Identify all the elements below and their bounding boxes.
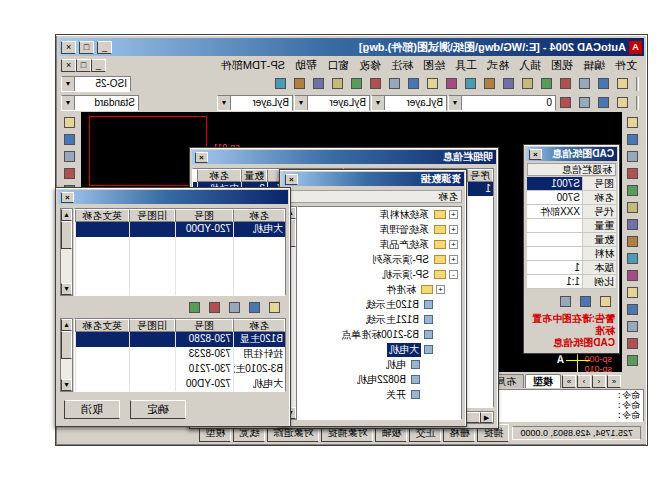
minimize-button[interactable]: _ xyxy=(97,41,112,54)
erase-icon[interactable] xyxy=(61,114,79,130)
tab-model[interactable]: 模型 xyxy=(525,374,561,388)
dropdown-arrow-icon[interactable]: ▾ xyxy=(62,77,75,91)
apply-icon[interactable] xyxy=(597,293,615,309)
undo-icon[interactable] xyxy=(443,76,461,92)
table-row[interactable] xyxy=(75,252,285,267)
expand-icon[interactable]: + xyxy=(449,255,458,264)
tree-item[interactable]: 大电机 xyxy=(298,342,461,357)
color-swatch-icon[interactable] xyxy=(557,95,575,111)
property-row[interactable]: 版本1 xyxy=(527,261,616,275)
property-row[interactable]: 比例1:1 xyxy=(527,275,616,289)
make-layer-current-icon[interactable] xyxy=(576,95,594,111)
close-icon[interactable]: × xyxy=(529,149,542,160)
toolbar-grip[interactable] xyxy=(636,96,639,110)
scroll-left-icon[interactable]: ◀ xyxy=(480,412,493,423)
add-item-icon[interactable] xyxy=(266,299,284,315)
insert-block-icon[interactable] xyxy=(624,284,642,300)
multiline-text-icon[interactable] xyxy=(624,352,642,368)
table-row[interactable]: 大电机720-YD00 xyxy=(75,377,285,392)
match-properties-icon[interactable] xyxy=(462,76,480,92)
construction-line-icon[interactable] xyxy=(624,131,642,147)
edit-icon[interactable] xyxy=(577,293,595,309)
designcenter-icon[interactable] xyxy=(310,76,328,92)
view-list-icon[interactable] xyxy=(186,299,204,315)
property-row[interactable]: 数量 xyxy=(527,233,616,247)
arc-icon[interactable] xyxy=(624,199,642,215)
new-icon[interactable] xyxy=(614,76,632,92)
mdi-close-button[interactable]: × xyxy=(61,59,76,72)
tree-item[interactable]: 电机 xyxy=(298,357,461,372)
tree-item[interactable]: +系统材料库 xyxy=(298,207,461,222)
line-icon[interactable] xyxy=(624,114,642,130)
ellipse-icon[interactable] xyxy=(624,267,642,283)
menu-item[interactable]: 插入 xyxy=(514,57,546,74)
dropdown-arrow-icon[interactable]: ▾ xyxy=(218,96,231,110)
dropdown-arrow-icon[interactable]: ▾ xyxy=(372,96,385,110)
spline-icon[interactable] xyxy=(624,250,642,266)
expand-icon[interactable]: + xyxy=(436,285,445,294)
help-icon[interactable] xyxy=(272,76,290,92)
open-icon[interactable] xyxy=(595,76,613,92)
tree-item[interactable]: +系统产品库 xyxy=(298,237,461,252)
zoom-window-icon[interactable] xyxy=(367,76,385,92)
scroll-track[interactable] xyxy=(61,249,72,283)
point-icon[interactable] xyxy=(624,318,642,334)
layer-states-icon[interactable] xyxy=(595,95,613,111)
property-row[interactable]: 重量 xyxy=(527,219,616,233)
tree-item[interactable]: +系统管理库 xyxy=(298,222,461,237)
tree-item[interactable]: +标准件 xyxy=(298,282,461,297)
menu-item[interactable]: 格式 xyxy=(482,57,514,74)
close-button[interactable]: × xyxy=(61,41,76,54)
tree-item[interactable]: 开关 xyxy=(298,387,461,402)
table-row[interactable]: 大电机720-YD00 xyxy=(75,222,285,237)
scroll-up-icon[interactable]: ▲ xyxy=(61,319,72,331)
close-icon[interactable]: × xyxy=(285,174,298,185)
hatch-icon[interactable] xyxy=(624,335,642,351)
vertical-scrollbar[interactable]: ▲ ▼ xyxy=(60,318,73,392)
layer-properties-icon[interactable] xyxy=(614,95,632,111)
scrollbar-thumb[interactable] xyxy=(61,331,72,359)
menu-item[interactable]: 标注 xyxy=(386,57,418,74)
layer-combo[interactable]: 0 ▾ xyxy=(448,95,556,111)
vertical-scrollbar[interactable]: ▲ ▼ xyxy=(60,208,73,296)
table-row[interactable]: 拉针往用730-8233 xyxy=(75,347,285,362)
menu-item[interactable]: 编辑 xyxy=(578,57,610,74)
tree-item[interactable]: B121主示线 xyxy=(298,312,461,327)
property-row[interactable]: 名称S700 xyxy=(527,191,616,205)
menu-item[interactable]: 文件 xyxy=(610,57,642,74)
menu-item[interactable]: 工具 xyxy=(450,57,482,74)
menu-item[interactable]: 修改 xyxy=(354,57,386,74)
ok-button[interactable]: 确定 xyxy=(130,400,186,419)
collapse-icon[interactable]: - xyxy=(449,270,458,279)
table-row[interactable] xyxy=(75,267,285,282)
cut-icon[interactable] xyxy=(519,76,537,92)
plot-preview-icon[interactable] xyxy=(538,76,556,92)
property-row[interactable]: 图号S7001 xyxy=(527,177,616,191)
confirm-item-icon[interactable] xyxy=(206,299,224,315)
detail-dialog-title-bar[interactable]: 明细栏信息 × xyxy=(192,150,496,164)
property-row[interactable]: 代号XXX部件 xyxy=(527,205,616,219)
color-combo[interactable]: ByLayer ▾ xyxy=(371,95,447,111)
dropdown-arrow-icon[interactable]: ▾ xyxy=(295,96,308,110)
tab-scroll-icon[interactable]: › xyxy=(577,375,591,388)
property-row[interactable]: 材料 xyxy=(527,247,616,261)
scroll-down-icon[interactable]: ▼ xyxy=(61,283,72,295)
table-row[interactable] xyxy=(75,237,285,252)
toolbar-grip[interactable] xyxy=(636,77,639,91)
menu-item[interactable]: 窗口 xyxy=(322,57,354,74)
restore-button[interactable]: □ xyxy=(79,41,94,54)
select-dialog-title-bar[interactable]: × xyxy=(58,190,288,204)
info-palette-title-bar[interactable]: CAD图纸信息 × xyxy=(526,147,617,161)
mdi-restore-button[interactable]: □ xyxy=(76,59,91,72)
lineweight-combo[interactable]: ByLayer ▾ xyxy=(217,95,293,111)
pan-icon[interactable] xyxy=(405,76,423,92)
table-row[interactable] xyxy=(75,282,285,296)
text-style-combo[interactable]: Standard ▾ xyxy=(61,95,139,111)
tab-scroll-icon[interactable]: » xyxy=(562,375,576,388)
tree-item[interactable]: -SP-演示机 xyxy=(298,267,461,282)
scrollbar-thumb[interactable] xyxy=(61,221,72,249)
close-icon[interactable]: × xyxy=(61,192,74,203)
plot-icon[interactable] xyxy=(557,76,575,92)
save-icon[interactable] xyxy=(576,76,594,92)
close-icon[interactable]: × xyxy=(195,152,208,163)
